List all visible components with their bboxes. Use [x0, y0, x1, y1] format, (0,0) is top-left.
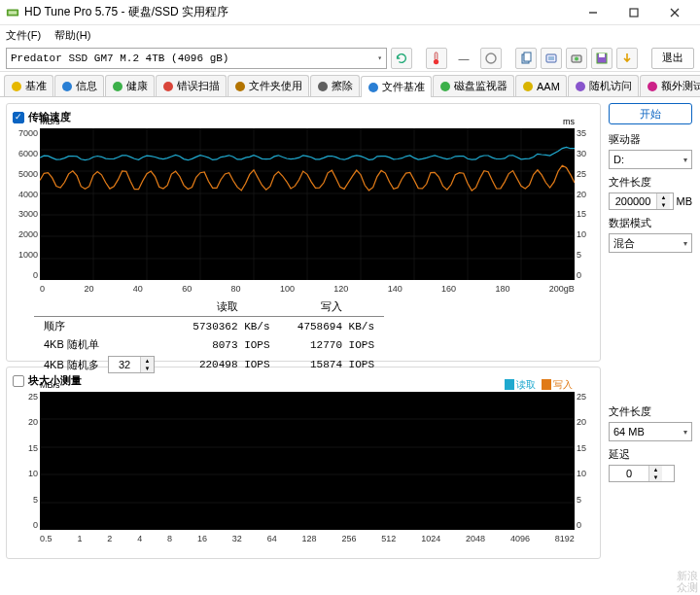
tab-9[interactable]: 随机访问 — [568, 75, 639, 96]
chart2-y-left: 2520151050 — [13, 392, 38, 530]
window-title: HD Tune Pro 5.75 - 硬盘/SSD 实用程序 — [24, 4, 574, 20]
chart-blocksize: 2520151050 2520151050 0.5124816326412825… — [40, 392, 575, 530]
tab-label: 擦除 — [332, 79, 353, 93]
svg-rect-16 — [599, 53, 605, 57]
chevron-down-icon: ▾ — [683, 428, 687, 437]
tab-label: 额外测试 — [661, 79, 700, 93]
tab-0[interactable]: 基准 — [4, 75, 53, 96]
camera-icon[interactable] — [566, 48, 587, 69]
spin-down-icon[interactable]: ▼ — [649, 473, 662, 481]
spin-down-icon[interactable]: ▼ — [141, 365, 154, 372]
tab-icon — [234, 81, 246, 92]
panel-blocksize: 块大小测量 MB/s 读取 写入 2520151050 25201 — [6, 367, 601, 559]
svg-point-22 — [318, 82, 328, 91]
data-mode-select[interactable]: 混合▾ — [609, 233, 692, 253]
screenshot-icon[interactable] — [541, 48, 562, 69]
svg-point-8 — [486, 53, 496, 63]
driver-label: 驱动器 — [609, 132, 692, 147]
drive-select[interactable]: Predator SSD GM7 M.2 4TB (4096 gB) ▾ — [6, 48, 387, 69]
queue-depth-spinner[interactable]: ▲▼ — [108, 356, 155, 373]
delay-input[interactable] — [610, 468, 648, 479]
driver-select[interactable]: D:▾ — [609, 150, 692, 169]
spin-up-icon[interactable]: ▲ — [657, 193, 670, 201]
table-row: 4KB 随机单8073 IOPS12770 IOPS — [34, 335, 384, 354]
side-panel: 开始 驱动器 D:▾ 文件长度 ▲▼ MB 数据模式 混合▾ 文件长度 64 M… — [607, 97, 700, 595]
panel-transfer: 传输速度 MB/s ms — [6, 103, 601, 362]
tab-icon — [112, 81, 123, 92]
exit-button-label: 退出 — [662, 51, 683, 65]
tab-5[interactable]: 擦除 — [310, 75, 360, 96]
chevron-down-icon: ▾ — [683, 156, 687, 164]
tab-icon — [368, 82, 379, 93]
tab-4[interactable]: 文件夹使用 — [228, 75, 309, 96]
tab-label: 随机访问 — [589, 79, 632, 93]
tab-icon — [11, 81, 22, 92]
app-icon — [6, 6, 19, 19]
copy-icon[interactable] — [515, 48, 537, 69]
temp-settings-icon[interactable] — [480, 48, 502, 69]
svg-rect-10 — [524, 52, 531, 61]
tab-6[interactable]: 文件基准 — [361, 76, 432, 97]
delay-spinner[interactable]: ▲▼ — [609, 465, 675, 482]
tab-1[interactable]: 信息 — [54, 75, 104, 96]
menu-file[interactable]: 文件(F) — [6, 28, 41, 43]
tab-8[interactable]: AAM — [515, 75, 567, 96]
chart1-y-right: 35302520151050 — [577, 128, 594, 280]
svg-point-19 — [113, 82, 122, 91]
blocksize-checkbox[interactable] — [13, 375, 24, 387]
tab-2[interactable]: 健康 — [105, 75, 155, 96]
start-button[interactable]: 开始 — [609, 103, 692, 124]
spin-up-icon[interactable]: ▲ — [141, 357, 154, 365]
chart-transfer: 70006000500040003000200010000 3530252015… — [40, 128, 575, 280]
svg-rect-3 — [630, 9, 638, 17]
tab-label: 信息 — [76, 79, 97, 93]
save-icon[interactable] — [591, 48, 612, 69]
data-mode-label: 数据模式 — [609, 216, 692, 230]
start-button-label: 开始 — [640, 107, 661, 122]
tab-label: 磁盘监视器 — [454, 79, 508, 93]
chart2-x-labels: 0.512481632641282565121024204840968192 — [40, 534, 575, 543]
delay-label: 延迟 — [609, 447, 692, 462]
file-length-spinner[interactable]: ▲▼ — [609, 192, 674, 210]
tab-3[interactable]: 错误扫描 — [156, 75, 227, 96]
file-length-label: 文件长度 — [609, 175, 692, 190]
chevron-down-icon: ▾ — [377, 53, 382, 62]
tab-label: 文件夹使用 — [249, 79, 302, 93]
file-length-unit: MB — [677, 195, 693, 207]
file-length2-select[interactable]: 64 MB▾ — [609, 422, 692, 441]
options-icon[interactable] — [616, 48, 638, 69]
spin-up-icon[interactable]: ▲ — [649, 466, 662, 473]
exit-button[interactable]: 退出 — [651, 48, 694, 69]
menu-help[interactable]: 帮助(H) — [54, 28, 90, 43]
svg-point-23 — [368, 83, 378, 92]
svg-point-18 — [62, 82, 72, 91]
chevron-down-icon: ▾ — [683, 239, 687, 248]
svg-point-14 — [575, 56, 578, 60]
tab-10[interactable]: 额外测试 — [640, 75, 700, 96]
title-bar: HD Tune Pro 5.75 - 硬盘/SSD 实用程序 — [0, 0, 700, 25]
temperature-icon[interactable] — [426, 48, 447, 69]
svg-point-21 — [235, 82, 245, 91]
tab-7[interactable]: 磁盘监视器 — [433, 75, 514, 96]
results-table: 读取写入 顺序5730362 KB/s4758694 KB/s 4KB 随机单8… — [34, 298, 384, 375]
refresh-icon[interactable] — [391, 48, 412, 69]
temperature-value: — — [451, 52, 476, 64]
tab-label: AAM — [537, 81, 560, 92]
toolbar: Predator SSD GM7 M.2 4TB (4096 gB) ▾ — 退… — [0, 45, 700, 72]
col-write: 写入 — [280, 298, 384, 317]
svg-point-7 — [434, 58, 438, 63]
chart2-unit-left: MB/s — [40, 380, 60, 390]
svg-rect-12 — [548, 56, 554, 60]
file-length2-label: 文件长度 — [609, 404, 692, 419]
spin-down-icon[interactable]: ▼ — [657, 201, 670, 209]
max-button[interactable] — [614, 2, 653, 23]
chart1-unit-right: ms — [563, 117, 575, 126]
svg-point-24 — [440, 82, 450, 91]
tab-icon — [317, 81, 329, 92]
chart2-y-right: 2520151050 — [577, 392, 594, 530]
queue-depth-input[interactable] — [109, 359, 140, 370]
close-button[interactable] — [655, 2, 694, 23]
transfer-checkbox[interactable] — [13, 112, 24, 123]
min-button[interactable] — [574, 2, 612, 23]
file-length-input[interactable] — [610, 195, 656, 207]
